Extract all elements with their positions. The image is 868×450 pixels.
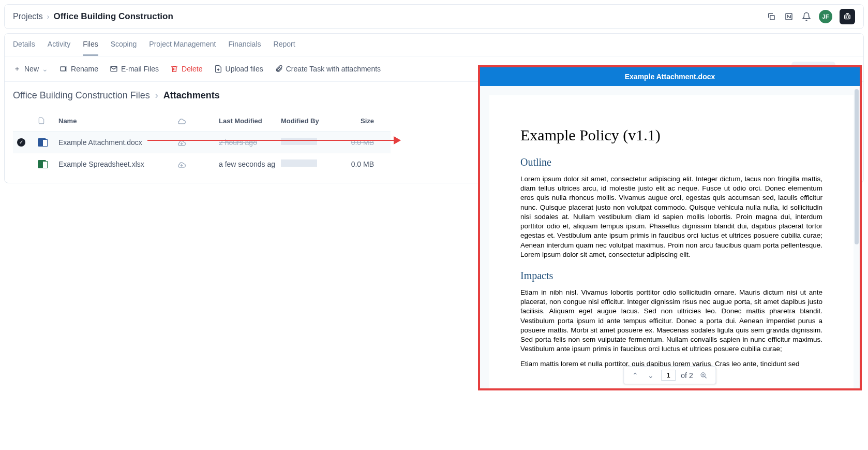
doc-paragraph: Lorem ipsum dolor sit amet, consectetur … xyxy=(520,175,822,187)
rename-button[interactable]: Rename xyxy=(59,65,98,73)
last-modified: a few seconds ag xyxy=(219,160,281,168)
mail-icon xyxy=(110,65,118,73)
doc-heading: Outline xyxy=(520,156,822,168)
check-icon[interactable]: ✓ xyxy=(17,138,25,147)
delete-button[interactable]: Delete xyxy=(170,65,202,73)
svg-rect-5 xyxy=(61,67,65,71)
copy-icon[interactable] xyxy=(766,11,776,22)
cloud-icon xyxy=(177,117,219,125)
file-name: Example Spreadsheet.xlsx xyxy=(58,160,177,168)
plus-icon: ＋ xyxy=(13,65,21,73)
chevron-right-icon: › xyxy=(47,12,50,21)
cloud-download-icon[interactable] xyxy=(177,160,219,168)
chevron-down-icon: ⌄ xyxy=(42,65,48,73)
xlsx-icon xyxy=(38,160,46,168)
file-name: Example Attachment.docx xyxy=(58,138,177,147)
cloud-download-icon[interactable] xyxy=(177,138,219,147)
tab-details[interactable]: Details xyxy=(13,34,35,56)
new-button[interactable]: ＋ New ⌄ xyxy=(13,65,48,73)
col-name[interactable]: Name xyxy=(58,117,177,125)
table-row[interactable]: Example Spreadsheet.xlsx a few seconds a… xyxy=(13,153,391,175)
tabs: Details Activity Files Scoping Project M… xyxy=(5,34,863,56)
breadcrumb-current: Office Building Construction xyxy=(53,11,173,22)
doc-title: Example Policy (v1.1) xyxy=(520,126,822,144)
chevron-right-icon: › xyxy=(155,90,158,101)
modified-by xyxy=(281,159,317,167)
breadcrumb-root[interactable]: Projects xyxy=(13,12,43,21)
svg-point-4 xyxy=(848,17,849,18)
bot-icon[interactable] xyxy=(840,9,855,24)
bell-icon[interactable] xyxy=(801,11,812,22)
notion-icon[interactable] xyxy=(784,11,794,22)
size: 0.0 MB xyxy=(333,160,374,168)
tab-files[interactable]: Files xyxy=(83,34,98,56)
table-row[interactable]: ✓ Example Attachment.docx 2 hours ago 0.… xyxy=(13,131,391,153)
tab-financials[interactable]: Financials xyxy=(228,34,261,56)
upload-icon xyxy=(214,65,222,73)
svg-rect-0 xyxy=(770,16,774,20)
preview-panel: Example Attachment.docx Example Policy (… xyxy=(478,65,862,187)
email-button[interactable]: E-mail Files xyxy=(110,65,159,73)
paperclip-icon xyxy=(275,65,283,73)
avatar[interactable]: JF xyxy=(819,10,832,23)
trash-icon xyxy=(170,65,178,73)
create-task-button[interactable]: Create Task with attachments xyxy=(275,65,381,73)
preview-title: Example Attachment.docx xyxy=(480,67,860,86)
scrollbar[interactable] xyxy=(855,89,859,187)
last-modified: 2 hours ago xyxy=(219,138,281,147)
size: 0.0 MB xyxy=(333,138,374,147)
col-last-modified[interactable]: Last Modified xyxy=(219,117,281,125)
upload-button[interactable]: Upload files xyxy=(214,65,263,73)
breadcrumb: Projects › Office Building Construction xyxy=(13,11,173,22)
file-table: Name Last Modified Modified By Size ✓ Ex… xyxy=(13,110,391,175)
tab-project-management[interactable]: Project Management xyxy=(149,34,216,56)
document-preview: Example Policy (v1.1) Outline Lorem ipsu… xyxy=(489,95,854,187)
docx-icon xyxy=(38,138,46,147)
svg-point-3 xyxy=(846,17,847,18)
col-size[interactable]: Size xyxy=(333,117,374,125)
tab-activity[interactable]: Activity xyxy=(48,34,70,56)
rename-icon xyxy=(59,65,68,73)
path-current: Attachments xyxy=(163,90,220,101)
modified-by xyxy=(281,138,317,145)
tab-report[interactable]: Report xyxy=(274,34,295,56)
top-bar: Projects › Office Building Construction … xyxy=(4,4,864,29)
tab-scoping[interactable]: Scoping xyxy=(111,34,137,56)
path-root[interactable]: Office Building Construction Files xyxy=(13,90,150,101)
table-header: Name Last Modified Modified By Size xyxy=(13,110,391,131)
file-type-icon xyxy=(38,117,58,124)
col-modified-by[interactable]: Modified By xyxy=(281,117,333,125)
